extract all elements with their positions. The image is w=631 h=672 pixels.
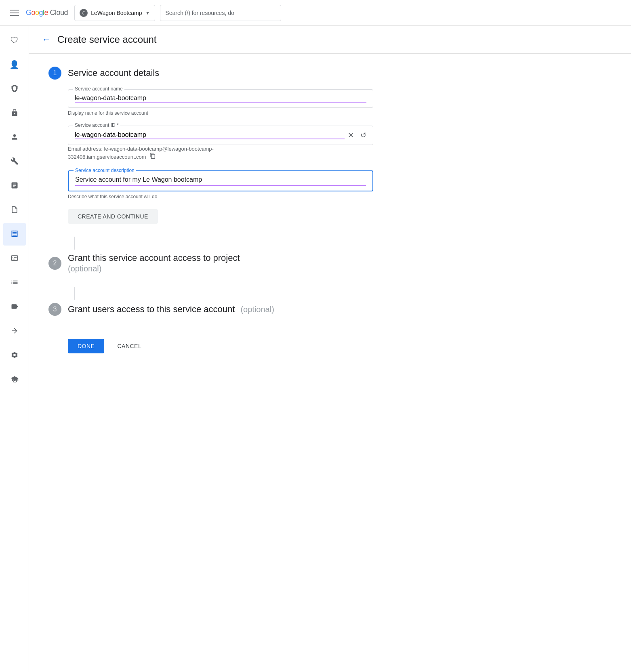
- sidebar-item-list[interactable]: [3, 271, 26, 294]
- sidebar-item-service-account[interactable]: [3, 223, 26, 246]
- name-field-hint: Display name for this service account: [68, 110, 373, 116]
- tag-icon: [11, 302, 19, 312]
- step-3-number: 3: [48, 303, 61, 316]
- document-icon: [11, 206, 19, 215]
- sidebar-item-id-card[interactable]: [3, 247, 26, 270]
- page-title: Create service account: [57, 34, 156, 45]
- admin-gear-icon: [11, 375, 19, 384]
- sidebar-item-document[interactable]: [3, 199, 26, 221]
- step-2-number: 2: [48, 257, 61, 270]
- search-bar[interactable]: Search (/) for resources, do: [160, 5, 281, 21]
- key-icon: [11, 109, 19, 118]
- create-and-continue-button[interactable]: CREATE AND CONTINUE: [68, 209, 158, 224]
- add-person-icon: 👤: [9, 61, 19, 69]
- report-icon: [11, 181, 19, 191]
- sidebar-item-shield[interactable]: 🛡: [3, 29, 26, 52]
- hamburger-menu[interactable]: [6, 5, 23, 21]
- google-cloud-logo[interactable]: Google Cloud: [26, 8, 68, 17]
- list-icon: [11, 278, 19, 288]
- project-name: LeWagon Bootcamp: [91, 10, 142, 16]
- create-button-container: CREATE AND CONTINUE: [68, 209, 373, 224]
- main-content: ← Create service account 1 Service accou…: [29, 26, 631, 672]
- wrench-icon: [11, 157, 19, 166]
- refresh-id-button[interactable]: ↺: [360, 131, 366, 140]
- id-card-icon: [11, 254, 19, 263]
- step-divider-1-2: [74, 237, 75, 250]
- sidebar-item-admin-gear[interactable]: [3, 368, 26, 391]
- service-account-id-group: Service account ID * ✕ ↺ Email address: …: [68, 126, 373, 161]
- sidebar-item-key[interactable]: [3, 102, 26, 124]
- policy-icon: [11, 84, 19, 94]
- bottom-actions: DONE CANCEL: [48, 329, 373, 363]
- search-placeholder: Search (/) for resources, do: [165, 10, 234, 16]
- id-field-wrapper: Service account ID * ✕ ↺: [68, 126, 373, 145]
- sidebar-item-person[interactable]: [3, 126, 26, 149]
- sidebar-item-wrench[interactable]: [3, 150, 26, 173]
- sidebar-item-report[interactable]: [3, 174, 26, 197]
- form-content: 1 Service account details Service accoun…: [29, 54, 393, 376]
- step-1-fields: Service account name Display name for th…: [48, 89, 373, 224]
- step-divider-2-3: [74, 287, 75, 300]
- id-field-label: Service account ID *: [73, 122, 120, 128]
- sidebar: 🛡 👤: [0, 26, 29, 672]
- step-3-title: Grant users access to this service accou…: [68, 304, 274, 315]
- service-account-icon: [11, 230, 19, 239]
- page-header: ← Create service account: [29, 26, 631, 54]
- hamburger-icon: [10, 10, 19, 16]
- id-field-actions: ✕ ↺: [348, 131, 366, 140]
- person-icon: [11, 133, 19, 142]
- service-account-name-input[interactable]: [75, 94, 366, 103]
- step-1-header: 1 Service account details: [48, 67, 373, 80]
- clear-id-button[interactable]: ✕: [348, 131, 354, 140]
- step-3-section: 3 Grant users access to this service acc…: [48, 303, 373, 316]
- service-account-id-input[interactable]: [75, 131, 345, 139]
- description-field-label: Service account description: [74, 168, 136, 173]
- app-body: 🛡 👤: [0, 26, 631, 672]
- step-1-title: Service account details: [68, 68, 159, 78]
- copy-email-button[interactable]: [149, 153, 156, 161]
- service-account-name-group: Service account name Display name for th…: [68, 89, 373, 116]
- back-arrow-icon: ←: [42, 34, 51, 45]
- description-field-hint: Describe what this service account will …: [68, 194, 373, 200]
- shield-icon: 🛡: [11, 36, 19, 44]
- project-selector[interactable]: ⬡ LeWagon Bootcamp ▼: [74, 5, 155, 21]
- back-button[interactable]: ←: [42, 34, 51, 45]
- step-2-title: Grant this service account access to pro…: [68, 253, 240, 274]
- step-1-number: 1: [48, 67, 61, 80]
- name-field-wrapper: Service account name: [68, 89, 373, 108]
- sidebar-item-arrow[interactable]: [3, 320, 26, 342]
- forward-arrow-icon: [11, 327, 19, 336]
- done-button[interactable]: DONE: [68, 339, 104, 353]
- service-account-description-group: Service account description Describe wha…: [68, 170, 373, 200]
- step-2-section: 2 Grant this service account access to p…: [48, 253, 373, 274]
- step-3-header: 3 Grant users access to this service acc…: [48, 303, 373, 316]
- description-field-wrapper: Service account description: [68, 170, 373, 191]
- email-address-hint: Email address: le-wagon-data-bootcamp@le…: [68, 146, 373, 152]
- project-dropdown-arrow: ▼: [145, 10, 150, 16]
- sidebar-item-tag[interactable]: [3, 296, 26, 318]
- step-1-section: 1 Service account details Service accoun…: [48, 67, 373, 224]
- gear-icon: [11, 351, 19, 360]
- sidebar-item-policy[interactable]: [3, 78, 26, 100]
- cancel-button[interactable]: CANCEL: [111, 339, 148, 353]
- project-icon: ⬡: [80, 9, 88, 17]
- sidebar-item-add-person[interactable]: 👤: [3, 53, 26, 76]
- step-2-header: 2 Grant this service account access to p…: [48, 253, 373, 274]
- name-field-label: Service account name: [73, 86, 124, 92]
- service-account-description-input[interactable]: [75, 176, 366, 186]
- top-navigation: Google Cloud ⬡ LeWagon Bootcamp ▼ Search…: [0, 0, 631, 26]
- email-address-suffix: 332408.iam.gserviceaccount.com: [68, 153, 373, 161]
- sidebar-item-gear[interactable]: [3, 344, 26, 367]
